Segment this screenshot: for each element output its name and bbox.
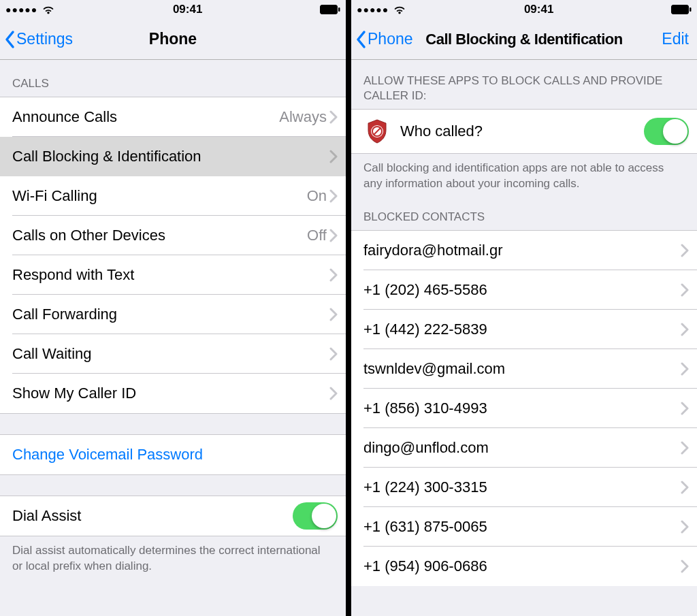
back-label: Settings: [16, 30, 73, 48]
blocked-contact-row[interactable]: +1 (856) 310-4993: [351, 389, 697, 428]
who-called-app-icon: [363, 118, 391, 145]
wifi-icon: [42, 5, 55, 14]
blocked-contact-row[interactable]: tswnldev@gmail.com: [351, 349, 697, 389]
row-value: Off: [307, 227, 327, 244]
signal-strength-icon: ●●●●●: [5, 4, 37, 15]
who-called-toggle[interactable]: [644, 118, 689, 145]
chevron-right-icon: [681, 323, 689, 336]
svg-rect-1: [338, 7, 340, 12]
row-call-blocking[interactable]: Call Blocking & Identification: [0, 137, 346, 176]
row-show-caller-id[interactable]: Show My Caller ID: [0, 374, 346, 413]
chevron-right-icon: [681, 441, 689, 455]
battery-icon: [671, 5, 692, 14]
chevron-right-icon: [329, 308, 338, 321]
svg-rect-3: [690, 7, 692, 12]
calls-list: Announce Calls Always Call Blocking & Id…: [0, 97, 346, 414]
row-label: Call Blocking & Identification: [12, 148, 329, 165]
row-call-forwarding[interactable]: Call Forwarding: [0, 295, 346, 334]
blocked-contact-row[interactable]: +1 (202) 465-5586: [351, 270, 697, 310]
blocked-contact-row[interactable]: +1 (442) 222-5839: [351, 310, 697, 349]
phone-settings-pane: ●●●●● 09:41 Settings Phone Cal: [0, 0, 346, 616]
row-announce-calls[interactable]: Announce Calls Always: [0, 97, 346, 137]
nav-bar: Settings Phone: [0, 19, 346, 60]
chevron-right-icon: [681, 402, 689, 415]
row-label: +1 (202) 465-5586: [363, 281, 681, 299]
status-bar: ●●●●● 09:41: [351, 0, 697, 19]
edit-button[interactable]: Edit: [662, 30, 692, 48]
chevron-left-icon: [4, 30, 15, 49]
row-label: Respond with Text: [12, 266, 329, 284]
dial-assist-footer: Dial assist automatically determines the…: [0, 536, 346, 580]
row-label: dingo@unflod.com: [363, 439, 681, 457]
row-change-voicemail-password[interactable]: Change Voicemail Password: [0, 435, 346, 474]
nav-bar: Phone Call Blocking & Identification Edi…: [351, 19, 697, 60]
chevron-right-icon: [681, 244, 689, 257]
row-who-called-app[interactable]: Who called?: [351, 110, 697, 153]
row-value: On: [307, 187, 327, 205]
blocked-contact-row[interactable]: +1 (954) 906-0686: [351, 547, 697, 586]
row-label: +1 (856) 310-4993: [363, 400, 681, 417]
svg-rect-0: [321, 5, 338, 14]
blocked-contact-row[interactable]: fairydora@hotmail.gr: [351, 231, 697, 270]
status-time: 09:41: [406, 3, 671, 16]
chevron-right-icon: [681, 481, 689, 494]
battery-icon: [320, 5, 340, 14]
voicemail-list: Change Voicemail Password: [0, 434, 346, 475]
svg-rect-2: [672, 5, 689, 14]
chevron-right-icon: [329, 229, 338, 242]
row-label: +1 (224) 300-3315: [363, 479, 681, 496]
chevron-right-icon: [329, 150, 338, 163]
row-label: Show My Caller ID: [12, 385, 329, 402]
row-value: Always: [279, 108, 327, 126]
row-label: Dial Assist: [12, 507, 293, 525]
blocked-contacts-list: fairydora@hotmail.gr +1 (202) 465-5586 +…: [351, 230, 697, 586]
chevron-right-icon: [329, 110, 338, 124]
call-blocking-pane: ●●●●● 09:41 Phone Call Blocking & Identi…: [351, 0, 697, 616]
status-time: 09:41: [55, 3, 320, 16]
row-label: Wi-Fi Calling: [12, 187, 307, 205]
row-label: +1 (631) 875-0065: [363, 518, 681, 536]
section-header-blocked: Blocked Contacts: [351, 197, 697, 230]
row-dial-assist[interactable]: Dial Assist: [0, 496, 346, 536]
row-label: +1 (442) 222-5839: [363, 321, 681, 338]
row-label: +1 (954) 906-0686: [363, 557, 681, 575]
row-call-waiting[interactable]: Call Waiting: [0, 334, 346, 374]
chevron-left-icon: [355, 30, 366, 49]
row-label: Announce Calls: [12, 108, 279, 126]
chevron-right-icon: [329, 268, 338, 282]
chevron-right-icon: [681, 560, 689, 573]
status-bar: ●●●●● 09:41: [0, 0, 346, 19]
chevron-right-icon: [681, 362, 689, 376]
section-header-calls: Calls: [0, 60, 346, 97]
signal-strength-icon: ●●●●●: [357, 4, 389, 15]
row-label: Who called?: [400, 123, 644, 140]
row-calls-other-devices[interactable]: Calls on Other Devices Off: [0, 216, 346, 255]
wifi-icon: [393, 5, 406, 14]
row-label: Calls on Other Devices: [12, 227, 307, 244]
apps-footer: Call blocking and identification apps ar…: [351, 154, 697, 197]
row-wifi-calling[interactable]: Wi-Fi Calling On: [0, 176, 346, 216]
blocked-contact-row[interactable]: dingo@unflod.com: [351, 428, 697, 468]
apps-list: Who called?: [351, 109, 697, 154]
row-respond-text[interactable]: Respond with Text: [0, 255, 346, 295]
chevron-right-icon: [329, 347, 338, 361]
blocked-contact-row[interactable]: +1 (631) 875-0065: [351, 507, 697, 547]
row-label: fairydora@hotmail.gr: [363, 242, 681, 259]
chevron-right-icon: [681, 283, 689, 297]
row-label: Call Forwarding: [12, 306, 329, 323]
back-button[interactable]: Phone: [354, 30, 413, 49]
chevron-right-icon: [329, 189, 338, 203]
dial-assist-list: Dial Assist: [0, 496, 346, 536]
row-label: Change Voicemail Password: [12, 446, 338, 464]
chevron-right-icon: [329, 387, 338, 400]
blocked-contact-row[interactable]: +1 (224) 300-3315: [351, 468, 697, 507]
dial-assist-toggle[interactable]: [293, 502, 338, 530]
row-label: tswnldev@gmail.com: [363, 360, 681, 378]
back-button[interactable]: Settings: [3, 30, 73, 49]
row-label: Call Waiting: [12, 345, 329, 363]
back-label: Phone: [368, 30, 413, 48]
chevron-right-icon: [681, 520, 689, 534]
section-header-apps: Allow these apps to block calls and prov…: [351, 60, 697, 109]
